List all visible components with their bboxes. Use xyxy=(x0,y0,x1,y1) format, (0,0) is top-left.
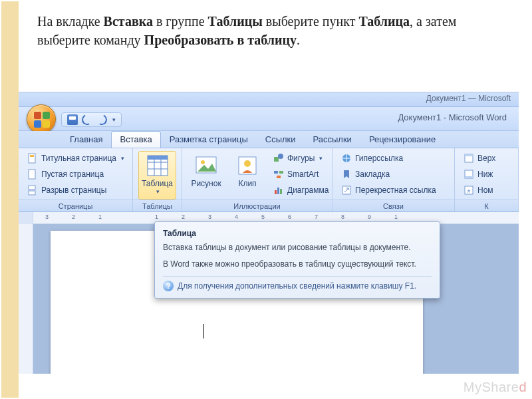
blank-page-button[interactable]: Пустая страница xyxy=(24,167,128,182)
bookmark-label: Закладка xyxy=(355,170,390,179)
tooltip-help: ? Для получения дополнительных сведений … xyxy=(163,281,432,291)
svg-rect-3 xyxy=(29,186,35,190)
quick-access-toolbar: ▾ xyxy=(61,112,122,127)
group-header-footer-label: К xyxy=(455,200,518,211)
svg-point-14 xyxy=(244,160,251,167)
svg-rect-21 xyxy=(277,188,279,194)
text-cursor xyxy=(203,324,204,338)
bookmark-button[interactable]: Закладка xyxy=(338,167,440,182)
svg-rect-17 xyxy=(274,171,278,174)
group-illustrations: Рисунок Клип Фигуры▾ SmartArt xyxy=(182,148,332,211)
shapes-button[interactable]: Фигуры▾ xyxy=(270,151,332,166)
ribbon-tabs: Главная Вставка Разметка страницы Ссылки… xyxy=(19,131,519,148)
group-pages-label: Страницы xyxy=(19,200,132,211)
blank-page-label: Пустая страница xyxy=(41,170,104,179)
svg-rect-19 xyxy=(277,176,281,178)
picture-button[interactable]: Рисунок xyxy=(188,151,225,200)
instruction-text: На вкладке Вставка в группе Таблицы выбе… xyxy=(37,12,503,78)
bookmark-icon xyxy=(341,169,352,180)
tab-review[interactable]: Рецензирование xyxy=(360,131,444,148)
hyperlink-button[interactable]: Гиперссылка xyxy=(338,151,440,166)
page-number-icon: # xyxy=(464,185,474,196)
svg-rect-4 xyxy=(29,191,35,195)
tab-home[interactable]: Главная xyxy=(61,131,111,148)
smartart-label: SmartArt xyxy=(287,170,319,179)
clip-icon xyxy=(236,154,259,177)
tab-insert[interactable]: Вставка xyxy=(111,131,160,148)
page-number-label: Ном xyxy=(477,186,493,195)
vertical-ruler[interactable] xyxy=(19,224,33,374)
cover-page-label: Титульная страница xyxy=(41,154,116,163)
ribbon: Титульная страница▾ Пустая страница Разр… xyxy=(19,148,519,212)
smartart-icon xyxy=(273,169,284,180)
svg-rect-10 xyxy=(148,156,168,160)
office-button[interactable] xyxy=(27,104,56,134)
group-tables: Таблица ▾ Таблицы xyxy=(133,148,182,211)
svg-rect-26 xyxy=(465,154,473,156)
header-label: Верх xyxy=(477,154,495,163)
chart-icon xyxy=(273,185,284,196)
table-button-label: Таблица xyxy=(142,179,173,188)
smartart-button[interactable]: SmartArt xyxy=(270,167,332,182)
picture-label: Рисунок xyxy=(191,179,221,188)
footer-label: Ниж xyxy=(477,170,493,179)
blank-page-icon xyxy=(27,169,38,180)
footer-button[interactable]: Ниж xyxy=(460,167,499,182)
qat-customize-icon[interactable]: ▾ xyxy=(112,116,116,123)
svg-rect-22 xyxy=(280,189,282,194)
svg-rect-1 xyxy=(30,155,34,157)
chart-button[interactable]: Диаграмма xyxy=(270,183,332,198)
cover-page-button[interactable]: Титульная страница▾ xyxy=(24,151,128,166)
cross-reference-button[interactable]: Перекрестная ссылка xyxy=(338,183,440,198)
tooltip-title: Таблица xyxy=(163,229,432,238)
chart-label: Диаграмма xyxy=(287,186,329,195)
table-icon xyxy=(146,154,169,177)
group-header-footer: Верх Ниж # Ном К xyxy=(455,148,519,211)
help-icon: ? xyxy=(163,281,174,291)
undo-icon[interactable] xyxy=(80,113,94,127)
table-button[interactable]: Таблица ▾ xyxy=(138,151,176,200)
page-break-icon xyxy=(27,185,38,196)
header-icon xyxy=(464,153,474,164)
picture-icon xyxy=(195,154,217,177)
tooltip-line2: В Word также можно преобразовать в табли… xyxy=(163,259,432,270)
group-links: Гиперссылка Закладка Перекрестная ссылка… xyxy=(332,148,455,211)
page-break-button[interactable]: Разрыв страницы xyxy=(24,183,128,198)
group-tables-label: Таблицы xyxy=(133,200,182,211)
background-window-titlebar: Документ1 — Microsoft xyxy=(19,92,519,107)
page-break-label: Разрыв страницы xyxy=(41,186,106,195)
watermark: MyShared xyxy=(464,380,527,395)
chevron-down-icon: ▾ xyxy=(156,188,160,195)
tab-page-layout[interactable]: Разметка страницы xyxy=(161,131,257,148)
redo-icon[interactable] xyxy=(95,113,109,127)
tab-mailings[interactable]: Рассылки xyxy=(305,131,360,148)
svg-point-12 xyxy=(201,160,205,164)
background-window-title: Документ1 — Microsoft xyxy=(426,94,511,103)
tab-references[interactable]: Ссылки xyxy=(257,131,305,148)
svg-rect-18 xyxy=(279,171,283,174)
cover-page-icon xyxy=(27,153,38,164)
tooltip: Таблица Вставка таблицы в документ или р… xyxy=(154,221,440,299)
svg-rect-20 xyxy=(275,190,277,194)
shapes-label: Фигуры xyxy=(287,154,315,163)
svg-rect-2 xyxy=(29,170,35,179)
clip-label: Клип xyxy=(238,179,256,188)
group-pages: Титульная страница▾ Пустая страница Разр… xyxy=(19,148,133,211)
svg-rect-15 xyxy=(274,157,279,162)
group-links-label: Связи xyxy=(332,200,454,211)
title-bar: ▾ Документ1 - Microsoft Word xyxy=(19,107,519,131)
svg-text:#: # xyxy=(467,188,471,194)
ruler-corner xyxy=(19,212,33,224)
svg-rect-28 xyxy=(465,176,473,178)
clip-button[interactable]: Клип xyxy=(229,151,266,200)
save-icon[interactable] xyxy=(67,114,78,125)
tooltip-help-text: Для получения дополнительных сведений на… xyxy=(178,281,416,291)
screenshot-region: Документ1 — Microsoft ▾ Документ1 - Micr… xyxy=(19,92,519,374)
group-illustrations-label: Иллюстрации xyxy=(182,200,332,211)
page-number-button[interactable]: # Ном xyxy=(460,183,499,198)
app-title: Документ1 - Microsoft Word xyxy=(398,112,507,122)
footer-icon xyxy=(464,169,474,180)
header-button[interactable]: Верх xyxy=(460,151,499,166)
hyperlink-icon xyxy=(341,153,352,164)
shapes-icon xyxy=(273,153,284,164)
